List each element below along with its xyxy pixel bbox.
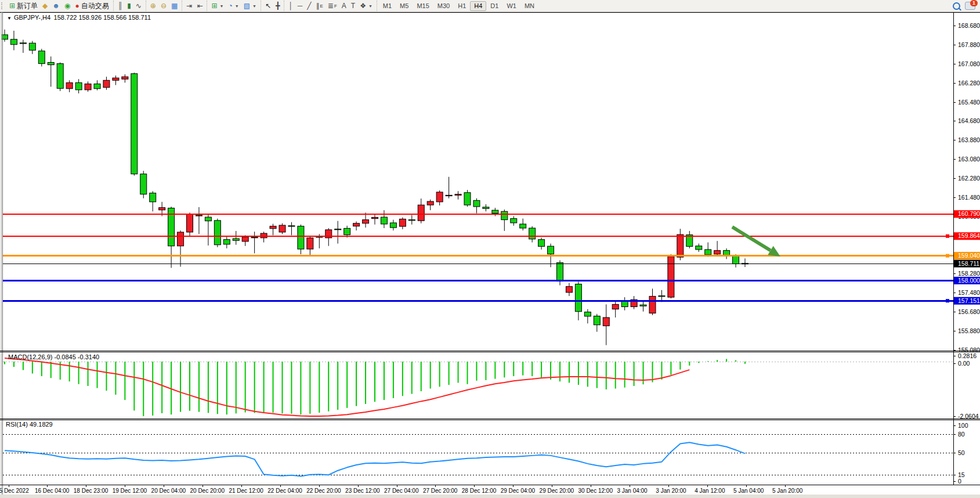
cursor-tool-button[interactable]: ↖ xyxy=(263,1,273,11)
new-order-button[interactable]: ⊞新订单 xyxy=(7,1,40,11)
crosshair-tool-button[interactable]: ╋ xyxy=(273,1,282,11)
new-order-button-label: 新订单 xyxy=(17,2,38,10)
candle xyxy=(677,234,684,257)
template-icon: ▧ xyxy=(244,2,250,9)
timeframe-m30-button[interactable]: M30 xyxy=(433,1,454,11)
price-tick-label: 156.680 xyxy=(958,308,980,315)
timeframe-mn-button[interactable]: MN xyxy=(520,1,538,11)
candle xyxy=(399,219,406,226)
candle xyxy=(279,225,285,232)
candle xyxy=(529,228,536,239)
timeframe-w1-button[interactable]: W1 xyxy=(502,1,520,11)
timeframe-m1-button[interactable]: M1 xyxy=(379,1,396,11)
candle xyxy=(724,251,730,255)
trendline-tool-button[interactable]: ╱ xyxy=(305,1,313,11)
periods-button[interactable]: ◔▼ xyxy=(226,1,241,11)
timeframe-d1-button[interactable]: D1 xyxy=(486,1,502,11)
bar-chart-icon: ║ xyxy=(118,2,123,9)
hline-handle-159.864[interactable] xyxy=(946,234,949,238)
candle xyxy=(353,223,360,226)
fibonacci-icon-letter: F xyxy=(334,2,337,10)
tile-windows-button[interactable]: ▦ xyxy=(169,1,180,11)
candle xyxy=(131,74,138,174)
candle xyxy=(223,240,230,244)
channel-tool-button[interactable]: ∥E xyxy=(313,1,325,11)
auto-trading-button[interactable]: ●自动交易 xyxy=(73,1,111,11)
candle xyxy=(75,82,82,89)
terminal-button[interactable]: ☻ xyxy=(50,1,62,11)
notification-badge: 1 xyxy=(970,0,978,6)
rsi-axis-label: 80 xyxy=(958,431,965,438)
search-icon[interactable] xyxy=(953,2,960,10)
candle xyxy=(307,238,313,249)
candle xyxy=(501,211,508,219)
chart-title: ▼GBPJPY-,H4 158.722 158.926 158.566 158.… xyxy=(7,14,151,21)
candle xyxy=(187,214,193,232)
price-tick-label: 167.880 xyxy=(958,41,980,48)
time-label: 5 Jan 20:00 xyxy=(772,488,803,494)
candle xyxy=(335,229,341,230)
hline-tool-button[interactable]: ─ xyxy=(295,1,305,11)
candle xyxy=(66,82,73,88)
candle xyxy=(57,64,63,89)
candle xyxy=(446,195,452,196)
shapes-button[interactable]: ❖▼ xyxy=(357,1,375,11)
time-label: 27 Dec 04:00 xyxy=(384,488,419,494)
timeframe-m15-button[interactable]: M15 xyxy=(413,1,433,11)
terminal-icon: ☻ xyxy=(52,2,60,9)
dropdown-caret-icon[interactable]: ▼ xyxy=(368,2,373,10)
auto-scroll-button[interactable]: ⇥ xyxy=(184,1,194,11)
candle xyxy=(390,223,396,228)
chart-window[interactable]: 168.680167.880167.080166.280165.480164.6… xyxy=(0,12,980,498)
chart-shift-icon: ⇤ xyxy=(197,2,202,9)
candle xyxy=(492,210,498,213)
price-chart-canvas[interactable]: 168.680167.880167.080166.280165.480164.6… xyxy=(0,12,980,498)
dropdown-caret-icon[interactable]: ▼ xyxy=(235,2,239,10)
candle xyxy=(29,43,35,50)
zoom-in-button[interactable]: ⊕ xyxy=(148,1,158,11)
signals-button[interactable]: ◉ xyxy=(62,1,73,11)
chart-shift-button[interactable]: ⇤ xyxy=(194,1,205,11)
indicators-button[interactable]: ⊞▼ xyxy=(209,1,226,11)
horizontal-line-icon: ─ xyxy=(298,2,303,9)
price-label-158.711: 158.711 xyxy=(958,260,979,267)
line-chart-button[interactable]: ∿ xyxy=(133,1,144,11)
cursor-group: ↖╋ xyxy=(261,1,284,11)
hline-handle-159.040[interactable] xyxy=(946,254,949,258)
candle xyxy=(242,237,248,241)
candle xyxy=(196,215,202,216)
candle xyxy=(455,194,461,196)
timeframe-m5-button[interactable]: M5 xyxy=(396,1,413,11)
time-label: 20 Dec 04:00 xyxy=(151,488,186,494)
text-tool-button[interactable]: A xyxy=(339,1,349,11)
timeframe-h1-button[interactable]: H1 xyxy=(454,1,470,11)
hline-handle-157.151[interactable] xyxy=(946,299,949,302)
trade-group: ⊞新订单◆☻◉●自动交易 xyxy=(5,1,113,11)
zoom-out-button[interactable]: ⊖ xyxy=(158,1,169,11)
candle xyxy=(150,193,156,202)
chart-collapse-icon[interactable]: ▼ xyxy=(7,16,12,21)
notifications-icon[interactable]: 1 xyxy=(965,2,975,10)
candle xyxy=(363,220,369,223)
macd-pane[interactable] xyxy=(3,352,980,418)
timeframe-h4-button[interactable]: H4 xyxy=(470,1,486,11)
toolbar-grip[interactable] xyxy=(1,2,4,9)
price-tick-label: 155.880 xyxy=(958,327,980,334)
insert-group: ⊞▼◔▼▧▼ xyxy=(207,1,260,11)
add-indicator-icon: ⊞ xyxy=(211,2,217,9)
vline-tool-button[interactable]: │ xyxy=(286,1,295,11)
candlestick-button[interactable]: ▮ xyxy=(125,1,133,11)
bar-chart-button[interactable]: ║ xyxy=(115,1,125,11)
candle xyxy=(511,219,517,223)
autotrade-icon: ● xyxy=(75,2,79,9)
dropdown-caret-icon[interactable]: ▼ xyxy=(252,2,256,10)
label-tool-button[interactable]: T xyxy=(349,1,357,11)
fibonacci-tool-button[interactable]: ≣F xyxy=(326,1,339,11)
templates-button[interactable]: ▧▼ xyxy=(241,1,259,11)
candle xyxy=(251,237,258,238)
market-watch-button[interactable]: ◆ xyxy=(40,1,50,11)
candle xyxy=(705,250,711,255)
candle xyxy=(159,208,165,210)
quotes-icon: ◆ xyxy=(42,2,48,9)
dropdown-caret-icon[interactable]: ▼ xyxy=(220,2,224,10)
